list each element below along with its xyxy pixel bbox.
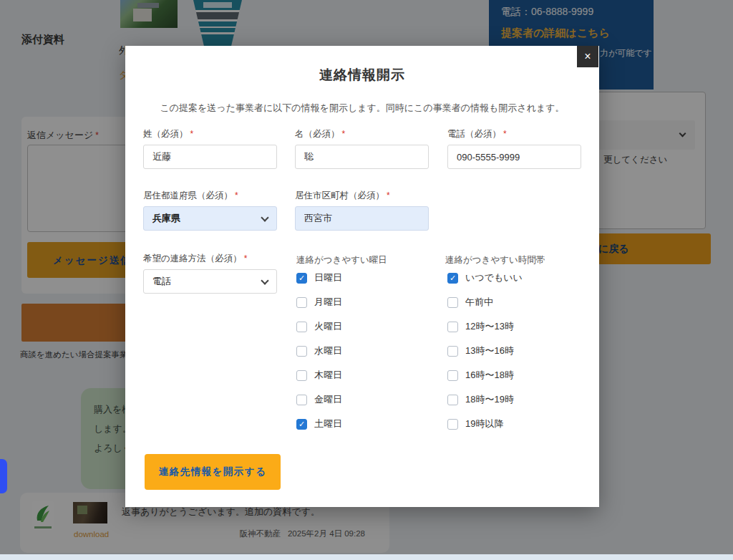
day-checkbox-label: 金曜日 (314, 393, 342, 406)
checkbox-icon[interactable] (447, 346, 458, 357)
checkbox-icon[interactable] (447, 419, 458, 430)
day-checkbox-item[interactable]: ✓日曜日 (296, 272, 432, 284)
day-checkbox-label: 土曜日 (314, 417, 342, 430)
required-asterisk: * (190, 129, 194, 139)
chevron-down-icon (261, 213, 268, 221)
time-checkbox-item[interactable]: 13時〜16時 (447, 345, 583, 357)
contact-disclosure-modal: × 連絡情報開示 この提案を送った事業者に以下の情報を開示します。同時にこの事業… (125, 46, 599, 507)
checkbox-icon[interactable]: ✓ (447, 273, 458, 284)
checkbox-icon[interactable] (296, 322, 307, 332)
side-widget-tab[interactable] (0, 459, 7, 493)
time-checkbox-item[interactable]: 12時〜13時 (447, 321, 583, 332)
times-checkbox-group: ✓いつでもいい午前中12時〜13時13時〜16時16時〜18時18時〜19時19… (447, 267, 583, 430)
days-checkbox-group: ✓日曜日月曜日火曜日水曜日木曜日金曜日✓土曜日 (296, 267, 432, 430)
contact-method-value: 電話 (152, 275, 171, 288)
prefecture-select[interactable]: 兵庫県 (143, 206, 277, 231)
time-checkbox-label: 18時〜19時 (465, 393, 514, 406)
checkbox-icon[interactable] (447, 322, 458, 332)
checkbox-icon[interactable] (296, 370, 307, 381)
bottom-edge-strip (0, 554, 733, 560)
day-checkbox-label: 日曜日 (314, 271, 342, 284)
day-checkbox-label: 木曜日 (314, 369, 342, 382)
day-checkbox-label: 水曜日 (314, 344, 342, 357)
days-group-header: 連絡がつきやすい曜日 (296, 254, 387, 266)
required-asterisk: * (387, 190, 390, 201)
day-checkbox-item[interactable]: 月曜日 (296, 296, 432, 308)
checkbox-icon[interactable] (447, 297, 458, 308)
checkbox-icon[interactable]: ✓ (296, 273, 307, 284)
time-checkbox-item[interactable]: 18時〜19時 (447, 394, 583, 405)
day-checkbox-label: 月曜日 (314, 296, 342, 309)
first-name-label: 名（必須）* (295, 128, 429, 140)
checkbox-icon[interactable] (296, 395, 307, 405)
time-checkbox-label: いつでもいい (465, 271, 523, 284)
last-name-input[interactable] (143, 145, 277, 169)
time-checkbox-label: 19時以降 (465, 417, 503, 430)
day-checkbox-item[interactable]: 火曜日 (296, 321, 432, 332)
required-asterisk: * (503, 129, 507, 139)
checkbox-icon[interactable] (447, 395, 458, 405)
chevron-down-icon (261, 276, 268, 284)
time-checkbox-item[interactable]: 19時以降 (447, 418, 583, 430)
required-asterisk: * (244, 254, 248, 264)
time-checkbox-label: 12時〜13時 (465, 320, 514, 333)
time-checkbox-label: 13時〜16時 (465, 344, 514, 357)
checkbox-icon[interactable] (296, 297, 307, 308)
times-group-header: 連絡がつきやすい時間帯 (445, 254, 545, 266)
time-checkbox-label: 午前中 (465, 296, 493, 309)
modal-title: 連絡情報開示 (125, 66, 599, 85)
day-checkbox-item[interactable]: 金曜日 (296, 394, 432, 405)
city-label: 居住市区町村（必須）* (295, 190, 429, 202)
required-asterisk: * (342, 129, 346, 139)
time-checkbox-item[interactable]: 16時〜18時 (447, 370, 583, 381)
required-asterisk: * (235, 190, 238, 201)
time-checkbox-item[interactable]: 午前中 (447, 296, 583, 308)
day-checkbox-label: 火曜日 (314, 320, 342, 333)
contact-method-select[interactable]: 電話 (143, 269, 277, 294)
checkbox-icon[interactable] (296, 346, 307, 357)
time-checkbox-item[interactable]: ✓いつでもいい (447, 272, 583, 284)
disclose-contact-button[interactable]: 連絡先情報を開示する (145, 454, 281, 490)
day-checkbox-item[interactable]: 水曜日 (296, 345, 432, 357)
first-name-input[interactable] (295, 145, 429, 169)
phone-input[interactable] (447, 145, 581, 169)
phone-label: 電話（必須）* (447, 128, 581, 140)
prefecture-value: 兵庫県 (152, 212, 180, 225)
day-checkbox-item[interactable]: ✓土曜日 (296, 418, 432, 430)
modal-description: この提案を送った事業者に以下の情報を開示します。同時にこの事業者の情報も開示され… (125, 102, 599, 115)
prefecture-label: 居住都道府県（必須）* (143, 190, 277, 202)
close-icon[interactable]: × (577, 46, 598, 67)
time-checkbox-label: 16時〜18時 (465, 369, 514, 382)
checkbox-icon[interactable]: ✓ (296, 419, 307, 430)
city-input[interactable] (295, 206, 429, 231)
last-name-label: 姓（必須）* (143, 128, 277, 140)
checkbox-icon[interactable] (447, 370, 458, 381)
day-checkbox-item[interactable]: 木曜日 (296, 370, 432, 381)
contact-method-label: 希望の連絡方法（必須）* (143, 253, 277, 265)
